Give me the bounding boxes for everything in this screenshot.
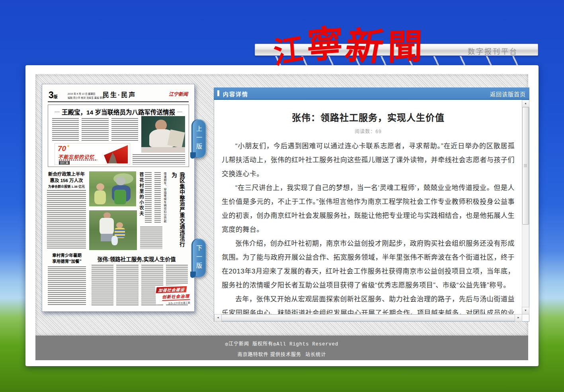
health-policy-subhead: 为参合群众报销 1.38 亿元 [46, 184, 87, 188]
newspaper-photo-elderly-man [141, 116, 185, 153]
back-to-page-home-link[interactable]: 返回该版首页 [490, 90, 526, 98]
scroll-left-icon[interactable]: ◄ [214, 314, 222, 322]
content-panel-header: 内容详情 返回该版首页 [214, 87, 529, 100]
article-paragraph: “小朋友们，今后遇到困难可以通过连心卡联系志愿者，寻求帮助。”在近日举办的区散居… [222, 139, 515, 181]
newspaper-body-text [47, 190, 86, 250]
prev-page-label: 上一版 [195, 126, 203, 152]
next-page-label: 下一版 [195, 245, 203, 271]
masthead-char: 新 [342, 16, 388, 71]
newspaper-body-text [52, 118, 138, 142]
content-panel: 内容详情 返回该版首页 张伟：领路社工服务，实现人生价值 阅读数：69 “小朋友… [214, 87, 529, 322]
masthead-char: 聞 [387, 17, 423, 69]
platform-label: 数字报刊平台 [468, 46, 518, 56]
newspaper-page-thumbnail[interactable]: 3版 2015 年 8 月 13 日 星期四 编辑 周小平 校对 沈婷玉 美编 … [42, 84, 195, 312]
newspaper-body-text [133, 154, 185, 165]
slogan-line1: 加强社会建设 [156, 286, 187, 293]
scroll-down-icon[interactable]: ▼ [522, 307, 529, 314]
site-masthead: 江 寧 新 聞 [267, 10, 439, 70]
article-paragraph: “在三尺讲台上，我实现了自己的梦想，当一名‘灵魂工程师’，兢兢业业地传道授业。但… [222, 181, 515, 237]
health-policy-headline: 新合疗政策上半年 惠及 156 万人次 [46, 171, 87, 184]
newspaper-masthead: 江宁新闻 [169, 90, 188, 97]
newspaper-lead-article: 王殿宝，14 岁当联络员为八路军传送情报 70 ★ 不能忘却的记忆 回忆篇 [48, 105, 189, 167]
newspaper-photo-field [89, 171, 136, 206]
read-count: 阅读数：69 [222, 128, 515, 134]
memory-anniversary-banner: 70 ★ 不能忘却的记忆 回忆篇 [55, 143, 130, 165]
newspaper-date-line: 2015 年 8 月 13 日 星期四 编辑 周小平 校对 沈婷玉 美编 李瑶 [68, 92, 104, 100]
horizontal-scrollbar[interactable]: ◄ ► [214, 314, 522, 321]
newspaper-section-title: 民生·民声 [103, 89, 136, 99]
masthead-char: 寧 [306, 13, 343, 69]
traffic-vertical-headline: 我区集中整治严重交通违法行为 [170, 172, 185, 252]
zhangwei-article-headline[interactable]: 张伟:领路社工服务,实现人生价值 [91, 255, 182, 263]
tech-service-text: 南京路特软件 提供技术服务 [238, 352, 301, 357]
prev-page-button[interactable]: 上一版 [191, 119, 206, 158]
scroll-up-icon[interactable]: ▲ [522, 100, 529, 107]
scrollbar-corner [522, 314, 529, 321]
newspaper-body-text [145, 172, 161, 223]
society-slogan-banner: 加强社会建设 创新社会治理 主办:江宁区社建工委 [155, 284, 192, 305]
scroll-right-icon[interactable]: ► [515, 314, 522, 322]
title-marker-icon [217, 90, 219, 96]
newspaper-body-text [140, 227, 162, 249]
copyright-line: ◎江宁新闻 版权所有◎All Rights Reserved [35, 340, 528, 347]
newspaper-photo-family [89, 210, 137, 250]
vertical-scrollbar[interactable]: ▲ ▼ [522, 100, 529, 314]
memory-banner-tag: 回忆篇 [59, 161, 70, 165]
site-stats-link[interactable]: 站长统计 [305, 352, 326, 357]
star-icon: ★ [67, 144, 70, 148]
scroll-grip-icon [524, 164, 527, 167]
slogan-line2: 创新社会治理 [162, 293, 190, 301]
traffic-vertical-subhead: 借道超车、穿插等候车辆将扣分罚款 [163, 172, 167, 235]
next-page-button[interactable]: 下一版 [191, 239, 206, 277]
newspaper-lead-headline: 王殿宝，14 岁当联络员为八路军传送情报 [48, 107, 189, 116]
panel-title: 内容详情 [223, 90, 248, 98]
memory-banner-subline [59, 159, 97, 161]
horizontal-scroll-thumb[interactable] [221, 314, 515, 321]
masthead-char: 江 [272, 23, 305, 73]
main-card: 3版 2015 年 8 月 13 日 星期四 编辑 周小平 校对 沈婷玉 美编 … [25, 65, 539, 366]
newspaper-rule [48, 101, 189, 102]
vertical-scroll-thumb[interactable] [522, 107, 529, 225]
article-content: 张伟：领路社工服务，实现人生价值 阅读数：69 “小朋友们，今后遇到困难可以通过… [214, 100, 522, 314]
tech-service-line: 南京路特软件 提供技术服务 站长统计 [35, 351, 528, 357]
article-paragraph: 张伟介绍，创办红叶社初期，南京市公益创投才刚起步，政府购买社会组织服务还没有形成… [222, 237, 515, 292]
newspaper-page-number: 3版 [49, 90, 58, 101]
article-paragraph: 去年，张伟又开始从宏观层面探索创新社区服务、助力社会治理的路子，先后与汤山街道益… [222, 292, 515, 314]
footer: ◎江宁新闻 版权所有◎All Rights Reserved 南京路特软件 提供… [35, 336, 528, 360]
farmer-vertical-headline: 苕花村里的小农夫 [138, 172, 144, 227]
newspaper-body-text [48, 266, 86, 305]
article-title: 张伟：领路社工服务，实现人生价值 [222, 110, 515, 124]
content-panel-body: 张伟：领路社工服务，实现人生价值 阅读数：69 “小朋友们，今后遇到困难可以通过… [214, 100, 529, 322]
youth-headline: 章村青少年暑期 享用德育“加餐” [47, 252, 87, 264]
memory-banner-title: 不能忘却的记忆 [58, 153, 94, 160]
anniversary-70-logo: 70 [58, 144, 66, 153]
